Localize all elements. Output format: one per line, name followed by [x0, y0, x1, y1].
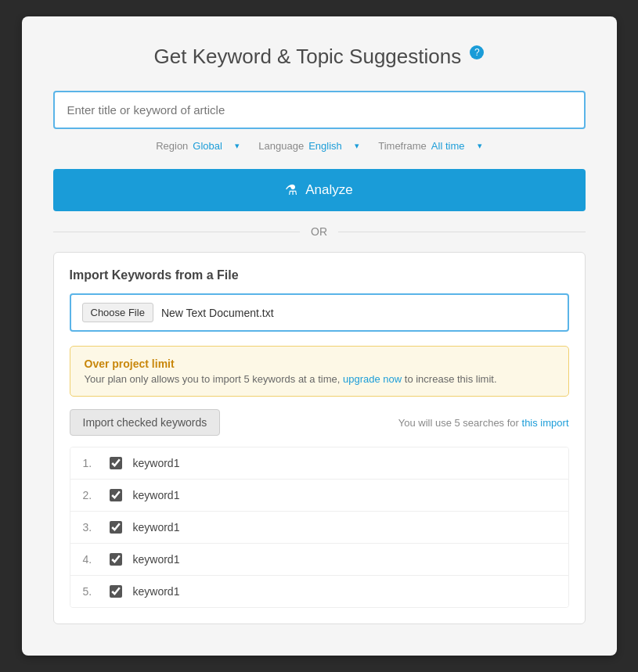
keyword-row: 4. keyword1	[70, 544, 568, 576]
language-filter: Language English	[258, 140, 359, 152]
region-select-wrapper[interactable]: Global	[193, 140, 240, 152]
language-label: Language	[258, 140, 304, 152]
analyze-button[interactable]: ⚗ Analyze	[53, 169, 586, 211]
keyword-checkbox-1[interactable]	[110, 457, 122, 469]
keyword-text-1: keyword1	[133, 457, 180, 469]
or-divider: OR	[53, 225, 586, 238]
keyword-row: 1. keyword1	[70, 447, 568, 480]
keyword-row: 5. keyword1	[70, 576, 568, 607]
filter-row: Region Global Language English Timeframe…	[53, 140, 586, 152]
searches-info: You will use 5 searches for this import	[398, 417, 569, 429]
this-import-link[interactable]: this import	[522, 417, 569, 429]
keyword-number: 2.	[83, 489, 99, 501]
page-title: Get Keyword & Topic Suggestions ?	[53, 45, 586, 69]
keyword-row: 3. keyword1	[70, 512, 568, 544]
keyword-text-2: keyword1	[133, 489, 180, 501]
region-filter: Region Global	[156, 140, 240, 152]
timeframe-select-wrapper[interactable]: All time	[431, 140, 482, 152]
import-section: Import Keywords from a File Choose File …	[53, 252, 586, 624]
upgrade-link[interactable]: upgrade now	[343, 373, 402, 385]
region-label: Region	[156, 140, 188, 152]
keyword-list: 1. keyword1 2. keyword1 3. keyword1 4. k…	[70, 447, 569, 608]
or-text: OR	[311, 225, 327, 238]
keyword-text-4: keyword1	[133, 553, 180, 566]
warning-text-before: Your plan only allows you to import 5 ke…	[85, 373, 341, 385]
keyword-number: 5.	[83, 585, 99, 598]
timeframe-filter: Timeframe All time	[378, 140, 482, 152]
keyword-text-5: keyword1	[133, 585, 180, 598]
language-select-wrapper[interactable]: English	[308, 140, 359, 152]
keyword-row: 2. keyword1	[70, 480, 568, 512]
timeframe-select[interactable]: All time	[431, 140, 476, 152]
keyword-checkbox-2[interactable]	[110, 489, 122, 501]
import-actions: Import checked keywords You will use 5 s…	[70, 409, 569, 436]
timeframe-label: Timeframe	[378, 140, 427, 152]
help-icon[interactable]: ?	[470, 45, 484, 59]
keyword-checkbox-5[interactable]	[110, 585, 122, 598]
keyword-text-3: keyword1	[133, 521, 180, 534]
import-section-title: Import Keywords from a File	[70, 268, 569, 282]
flask-icon: ⚗	[285, 181, 297, 199]
keyword-checkbox-4[interactable]	[110, 553, 122, 566]
warning-text: Your plan only allows you to import 5 ke…	[85, 373, 554, 385]
keyword-number: 4.	[83, 553, 99, 566]
language-select[interactable]: English	[308, 140, 353, 152]
keyword-number: 1.	[83, 457, 99, 469]
choose-file-button[interactable]: Choose File	[82, 303, 153, 322]
warning-title: Over project limit	[85, 358, 554, 370]
page-title-text: Get Keyword & Topic Suggestions	[154, 45, 462, 68]
warning-text-after: to increase this limit.	[405, 373, 497, 385]
search-input[interactable]	[53, 91, 586, 129]
keyword-checkbox-3[interactable]	[110, 521, 122, 534]
keyword-number: 3.	[83, 521, 99, 534]
file-input-wrapper: Choose File New Text Document.txt	[70, 293, 569, 332]
main-card: Get Keyword & Topic Suggestions ? Region…	[22, 16, 617, 656]
region-select[interactable]: Global	[193, 140, 233, 152]
analyze-button-label: Analyze	[305, 182, 352, 198]
searches-text: You will use 5 searches for	[398, 417, 519, 429]
file-name: New Text Document.txt	[161, 307, 274, 319]
import-checked-button[interactable]: Import checked keywords	[70, 409, 221, 436]
warning-box: Over project limit Your plan only allows…	[70, 346, 569, 397]
